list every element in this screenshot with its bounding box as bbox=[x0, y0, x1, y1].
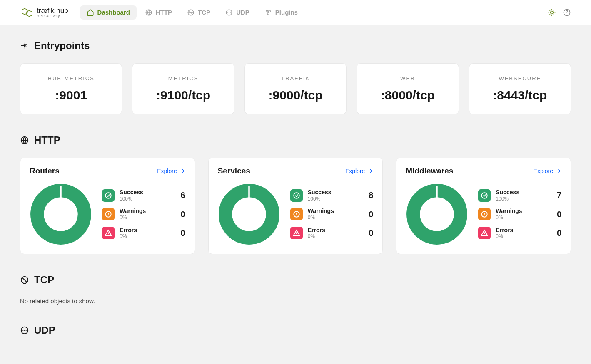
middlewares-donut-chart bbox=[406, 183, 468, 245]
svg-point-6 bbox=[269, 10, 271, 12]
section-http-header: HTTP bbox=[20, 134, 571, 146]
entrypoint-card[interactable]: WEB :8000/tcp bbox=[357, 63, 459, 114]
arrow-right-icon bbox=[367, 168, 373, 174]
stat-row-success: Success100% 6 bbox=[102, 189, 185, 202]
entrypoint-card[interactable]: HUB-METRICS :9001 bbox=[20, 63, 122, 114]
nav-tcp[interactable]: TCP bbox=[180, 5, 217, 20]
svg-marker-1 bbox=[27, 10, 32, 16]
entrypoint-card[interactable]: METRICS :9100/tcp bbox=[132, 63, 234, 114]
arrow-right-icon bbox=[179, 168, 185, 174]
warning-icon bbox=[290, 208, 303, 220]
explore-link[interactable]: Explore bbox=[345, 168, 373, 174]
success-icon bbox=[478, 189, 491, 202]
entrypoints-list: HUB-METRICS :9001 METRICS :9100/tcp TRAE… bbox=[20, 63, 571, 114]
section-udp-header: UDP bbox=[20, 324, 571, 336]
services-card: Services Explore Success100% 8 Warnings0… bbox=[208, 158, 383, 254]
help-icon[interactable] bbox=[563, 8, 571, 17]
theme-toggle-icon[interactable] bbox=[548, 8, 556, 17]
nav-plugins[interactable]: Plugins bbox=[258, 5, 304, 20]
plugins-icon bbox=[264, 9, 272, 16]
globe-slash-icon bbox=[20, 275, 29, 285]
logo[interactable]: træfik hub API Gateway bbox=[20, 6, 68, 19]
globe-dashed-icon bbox=[225, 9, 233, 16]
stat-row-warnings: Warnings0% 0 bbox=[102, 208, 185, 220]
stat-row-warnings: Warnings0% 0 bbox=[478, 208, 561, 220]
home-icon bbox=[87, 9, 94, 16]
logo-brand: træfik hub bbox=[37, 7, 68, 14]
stat-row-errors: Errors0% 0 bbox=[102, 227, 185, 240]
warning-icon bbox=[478, 208, 491, 220]
globe-icon bbox=[145, 9, 152, 16]
routers-donut-chart bbox=[30, 183, 92, 245]
entrypoint-card[interactable]: WEBSECURE :8443/tcp bbox=[469, 63, 571, 114]
error-icon bbox=[102, 227, 115, 239]
stat-row-warnings: Warnings0% 0 bbox=[290, 208, 374, 220]
stat-row-success: Success100% 7 bbox=[478, 189, 561, 202]
explore-link[interactable]: Explore bbox=[157, 168, 185, 174]
main-nav: Dashboard HTTP TCP UDP Plugins bbox=[80, 5, 304, 20]
nav-udp[interactable]: UDP bbox=[219, 5, 256, 20]
nav-dashboard[interactable]: Dashboard bbox=[80, 5, 137, 20]
explore-link[interactable]: Explore bbox=[534, 168, 561, 174]
error-icon bbox=[290, 227, 303, 239]
header: træfik hub API Gateway Dashboard HTTP TC… bbox=[0, 0, 591, 25]
section-tcp-header: TCP bbox=[20, 274, 571, 286]
main-content: Entrypoints HUB-METRICS :9001 METRICS :9… bbox=[0, 25, 591, 363]
globe-slash-icon bbox=[187, 9, 195, 16]
stat-row-errors: Errors0% 0 bbox=[478, 227, 561, 240]
header-actions bbox=[548, 8, 571, 17]
traefik-logo-icon bbox=[20, 6, 33, 19]
logo-subtitle: API Gateway bbox=[37, 14, 68, 18]
http-cards: Routers Explore Success100% 6 Warnings0%… bbox=[20, 158, 571, 254]
arrow-right-icon bbox=[555, 168, 561, 174]
stat-row-success: Success100% 8 bbox=[290, 189, 374, 202]
tcp-empty-message: No related objects to show. bbox=[20, 297, 571, 305]
routers-card: Routers Explore Success100% 6 Warnings0%… bbox=[20, 158, 195, 254]
warning-icon bbox=[102, 208, 115, 220]
section-entrypoints-header: Entrypoints bbox=[20, 40, 571, 52]
stat-row-errors: Errors0% 0 bbox=[290, 227, 374, 240]
services-donut-chart bbox=[218, 183, 280, 245]
globe-dashed-icon bbox=[20, 326, 29, 335]
success-icon bbox=[102, 189, 115, 202]
error-icon bbox=[478, 227, 491, 239]
svg-point-8 bbox=[551, 11, 554, 14]
globe-icon bbox=[20, 136, 29, 145]
entrypoint-card[interactable]: TRAEFIK :9000/tcp bbox=[244, 63, 347, 114]
svg-point-7 bbox=[267, 12, 269, 15]
svg-point-5 bbox=[266, 10, 268, 12]
nav-http[interactable]: HTTP bbox=[138, 5, 179, 20]
middlewares-card: Middlewares Explore Success100% 7 Warnin… bbox=[396, 158, 571, 254]
entrypoints-icon bbox=[20, 41, 29, 50]
success-icon bbox=[290, 189, 303, 202]
